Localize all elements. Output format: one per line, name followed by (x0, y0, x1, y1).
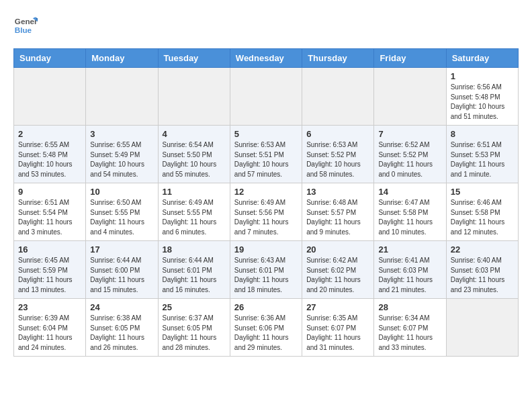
day-number: 13 (306, 187, 369, 197)
day-cell: 3Sunrise: 6:55 AM Sunset: 5:49 PM Daylig… (86, 126, 158, 183)
day-cell: 9Sunrise: 6:51 AM Sunset: 5:54 PM Daylig… (14, 183, 86, 241)
day-number: 17 (90, 244, 153, 255)
day-number: 16 (18, 244, 81, 255)
day-number: 24 (90, 302, 153, 312)
day-cell: 4Sunrise: 6:54 AM Sunset: 5:50 PM Daylig… (158, 126, 230, 183)
day-number: 7 (378, 129, 441, 139)
day-info: Sunrise: 6:56 AM Sunset: 5:48 PM Dayligh… (451, 83, 514, 122)
day-cell: 20Sunrise: 6:42 AM Sunset: 6:02 PM Dayli… (302, 241, 374, 299)
day-info: Sunrise: 6:46 AM Sunset: 5:58 PM Dayligh… (451, 198, 514, 237)
day-number: 3 (90, 129, 153, 139)
day-cell: 22Sunrise: 6:40 AM Sunset: 6:03 PM Dayli… (446, 241, 518, 299)
day-info: Sunrise: 6:43 AM Sunset: 6:01 PM Dayligh… (234, 256, 298, 295)
day-number: 28 (378, 302, 441, 312)
day-number: 22 (451, 244, 514, 255)
day-number: 4 (163, 129, 226, 139)
day-cell (86, 68, 158, 126)
day-cell: 15Sunrise: 6:46 AM Sunset: 5:58 PM Dayli… (446, 183, 518, 241)
day-cell: 25Sunrise: 6:37 AM Sunset: 6:05 PM Dayli… (158, 299, 230, 357)
day-info: Sunrise: 6:35 AM Sunset: 6:07 PM Dayligh… (306, 314, 369, 353)
day-info: Sunrise: 6:39 AM Sunset: 6:04 PM Dayligh… (18, 314, 81, 353)
day-number: 25 (163, 302, 226, 312)
day-cell (158, 68, 230, 126)
day-cell: 26Sunrise: 6:36 AM Sunset: 6:06 PM Dayli… (230, 299, 302, 357)
day-info: Sunrise: 6:53 AM Sunset: 5:51 PM Dayligh… (234, 140, 298, 179)
day-info: Sunrise: 6:50 AM Sunset: 5:55 PM Dayligh… (90, 198, 153, 237)
day-cell: 23Sunrise: 6:39 AM Sunset: 6:04 PM Dayli… (14, 299, 86, 357)
day-info: Sunrise: 6:53 AM Sunset: 5:52 PM Dayligh… (306, 140, 369, 179)
day-cell: 18Sunrise: 6:44 AM Sunset: 6:01 PM Dayli… (158, 241, 230, 299)
day-cell: 17Sunrise: 6:44 AM Sunset: 6:00 PM Dayli… (86, 241, 158, 299)
day-info: Sunrise: 6:55 AM Sunset: 5:49 PM Dayligh… (90, 140, 153, 179)
week-row-2: 2Sunrise: 6:55 AM Sunset: 5:48 PM Daylig… (14, 126, 519, 183)
day-cell: 16Sunrise: 6:45 AM Sunset: 5:59 PM Dayli… (14, 241, 86, 299)
day-cell: 5Sunrise: 6:53 AM Sunset: 5:51 PM Daylig… (230, 126, 302, 183)
day-info: Sunrise: 6:51 AM Sunset: 5:54 PM Dayligh… (18, 198, 81, 237)
day-number: 2 (18, 129, 81, 139)
day-cell: 21Sunrise: 6:41 AM Sunset: 6:03 PM Dayli… (374, 241, 446, 299)
day-number: 8 (451, 129, 514, 139)
day-info: Sunrise: 6:45 AM Sunset: 5:59 PM Dayligh… (18, 256, 81, 295)
day-number: 5 (234, 129, 298, 139)
day-info: Sunrise: 6:41 AM Sunset: 6:03 PM Dayligh… (378, 256, 441, 295)
day-cell (230, 68, 302, 126)
day-cell: 13Sunrise: 6:48 AM Sunset: 5:57 PM Dayli… (302, 183, 374, 241)
day-info: Sunrise: 6:55 AM Sunset: 5:48 PM Dayligh… (18, 140, 81, 179)
weekday-header-wednesday: Wednesday (230, 49, 302, 68)
day-number: 14 (378, 187, 441, 197)
weekday-header-thursday: Thursday (302, 49, 374, 68)
weekday-header-tuesday: Tuesday (158, 49, 230, 68)
day-number: 15 (451, 187, 514, 197)
weekday-header-friday: Friday (374, 49, 446, 68)
day-info: Sunrise: 6:52 AM Sunset: 5:52 PM Dayligh… (378, 140, 441, 179)
day-info: Sunrise: 6:47 AM Sunset: 5:58 PM Dayligh… (378, 198, 441, 237)
week-row-1: 1Sunrise: 6:56 AM Sunset: 5:48 PM Daylig… (14, 68, 519, 126)
day-number: 12 (234, 187, 298, 197)
day-cell: 11Sunrise: 6:49 AM Sunset: 5:55 PM Dayli… (158, 183, 230, 241)
day-cell: 1Sunrise: 6:56 AM Sunset: 5:48 PM Daylig… (446, 68, 518, 126)
day-number: 6 (306, 129, 369, 139)
day-number: 26 (234, 302, 298, 312)
day-info: Sunrise: 6:40 AM Sunset: 6:03 PM Dayligh… (451, 256, 514, 295)
svg-text:Blue: Blue (15, 26, 32, 34)
day-number: 10 (90, 187, 153, 197)
day-cell: 6Sunrise: 6:53 AM Sunset: 5:52 PM Daylig… (302, 126, 374, 183)
day-number: 23 (18, 302, 81, 312)
weekday-header-row: SundayMondayTuesdayWednesdayThursdayFrid… (14, 49, 519, 68)
day-cell: 27Sunrise: 6:35 AM Sunset: 6:07 PM Dayli… (302, 299, 374, 357)
day-number: 11 (163, 187, 226, 197)
day-cell (14, 68, 86, 126)
day-info: Sunrise: 6:38 AM Sunset: 6:05 PM Dayligh… (90, 314, 153, 353)
day-info: Sunrise: 6:48 AM Sunset: 5:57 PM Dayligh… (306, 198, 369, 237)
calendar-table: SundayMondayTuesdayWednesdayThursdayFrid… (13, 48, 519, 357)
day-cell: 19Sunrise: 6:43 AM Sunset: 6:01 PM Dayli… (230, 241, 302, 299)
day-info: Sunrise: 6:49 AM Sunset: 5:56 PM Dayligh… (234, 198, 298, 237)
week-row-3: 9Sunrise: 6:51 AM Sunset: 5:54 PM Daylig… (14, 183, 519, 241)
day-cell: 24Sunrise: 6:38 AM Sunset: 6:05 PM Dayli… (86, 299, 158, 357)
week-row-4: 16Sunrise: 6:45 AM Sunset: 5:59 PM Dayli… (14, 241, 519, 299)
day-number: 20 (306, 244, 369, 255)
day-number: 18 (163, 244, 226, 255)
day-cell: 7Sunrise: 6:52 AM Sunset: 5:52 PM Daylig… (374, 126, 446, 183)
day-info: Sunrise: 6:42 AM Sunset: 6:02 PM Dayligh… (306, 256, 369, 295)
day-info: Sunrise: 6:44 AM Sunset: 6:01 PM Dayligh… (163, 256, 226, 295)
day-info: Sunrise: 6:51 AM Sunset: 5:53 PM Dayligh… (451, 140, 514, 179)
day-cell: 8Sunrise: 6:51 AM Sunset: 5:53 PM Daylig… (446, 126, 518, 183)
day-cell (374, 68, 446, 126)
day-number: 1 (451, 71, 514, 81)
day-info: Sunrise: 6:54 AM Sunset: 5:50 PM Dayligh… (163, 140, 226, 179)
day-info: Sunrise: 6:34 AM Sunset: 6:07 PM Dayligh… (378, 314, 441, 353)
header: General Blue (13, 13, 519, 38)
day-info: Sunrise: 6:36 AM Sunset: 6:06 PM Dayligh… (234, 314, 298, 353)
day-cell: 2Sunrise: 6:55 AM Sunset: 5:48 PM Daylig… (14, 126, 86, 183)
day-number: 27 (306, 302, 369, 312)
weekday-header-monday: Monday (86, 49, 158, 68)
weekday-header-sunday: Sunday (14, 49, 86, 68)
day-info: Sunrise: 6:37 AM Sunset: 6:05 PM Dayligh… (163, 314, 226, 353)
logo-icon: General Blue (13, 13, 38, 38)
day-number: 9 (18, 187, 81, 197)
day-cell: 28Sunrise: 6:34 AM Sunset: 6:07 PM Dayli… (374, 299, 446, 357)
day-cell: 12Sunrise: 6:49 AM Sunset: 5:56 PM Dayli… (230, 183, 302, 241)
day-cell (446, 299, 518, 357)
day-cell: 14Sunrise: 6:47 AM Sunset: 5:58 PM Dayli… (374, 183, 446, 241)
